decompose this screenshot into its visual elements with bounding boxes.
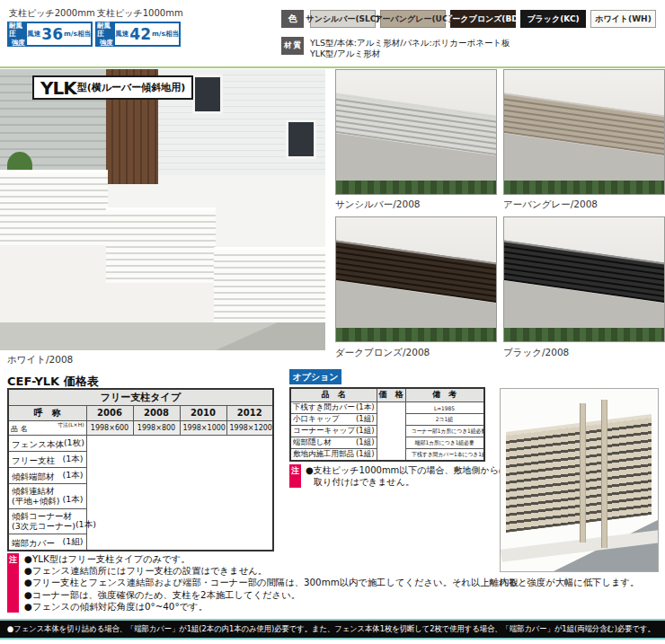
hedge-graphic <box>336 181 496 194</box>
dimension-cell: 1998×600 <box>86 420 133 435</box>
notes-block: 注 ●YLK型はフリー支柱タイプのみです。 ●フェンス連結箇所にはフリー支柱の設… <box>7 553 639 613</box>
variant-caption-urbangray: アーバングレー/2008 <box>503 198 598 211</box>
size-header: 2012 <box>226 405 273 420</box>
pitch-label-2000: 支柱ピッチ2000mm <box>9 7 95 20</box>
material-row-label: 材質 <box>281 37 304 55</box>
wind-rating-badge: 耐風圧 強度 <box>9 23 27 45</box>
louver-fence-graphic <box>506 414 652 533</box>
price-values-area <box>86 435 273 551</box>
pitch-label-1000: 支柱ピッチ1000mm <box>97 7 183 20</box>
material-line-ylk: YLK型/アルミ形材 <box>310 49 380 59</box>
note-item: ●フェンス連結箇所にはフリー支柱の設置はできません。 <box>24 565 639 577</box>
product-model: YLK <box>40 77 76 99</box>
size-header: 2008 <box>133 405 180 420</box>
dimension-cell: 1998×1000 <box>180 420 226 435</box>
green-divider <box>0 66 665 68</box>
options-note: 注 ●支柱ピッチ1000mm以下の場合、敷地側からの 取り付けはできません。 <box>289 464 508 488</box>
options-table: 品 名 価 格 備 考 下桟すき間カバー(1本) L=1985 小口キャップ(1… <box>289 387 485 462</box>
wind-rating-box-1000: 耐風圧 強度 風速 42 m/s相当 <box>95 22 181 47</box>
material-line-yls: YLS型/本体:アルミ形材/パネル:ポリカーボネート板 <box>310 38 510 49</box>
options-note-text: ●支柱ピッチ1000mm以下の場合、敷地側からの 取り付けはできません。 <box>306 464 508 488</box>
hedge-graphic <box>336 328 496 341</box>
color-chip-darkbronze: ダークブロンズ(BD) <box>450 10 516 28</box>
fence-post-graphic <box>580 403 586 543</box>
footer-note-bar: ●フェンス本体を切り詰める場合、「端部カバー」が1組(2本の内1本のみ使用)必要… <box>0 619 665 640</box>
product-type-label: 型(横ルーバー傾斜地用) <box>77 81 186 94</box>
variant-photo-black <box>503 216 665 342</box>
wind-rating-badge: 耐風圧 強度 <box>97 23 115 45</box>
variant-caption-sunsilver: サンシルバー/2008 <box>335 198 421 211</box>
window-graphic <box>286 119 316 159</box>
color-chip-urbangray: アーバングレー(UC) <box>380 10 446 28</box>
variant-photo-sunsilver <box>335 69 497 195</box>
options-header-price: 価 格 <box>377 388 405 401</box>
options-price-area <box>377 401 405 461</box>
wall-graphic <box>106 283 216 322</box>
note-badge: 注 <box>7 553 19 613</box>
window-graphic <box>192 75 223 114</box>
wind-rating-box-2000: 耐風圧 強度 風速 36 m/s相当 <box>7 22 93 47</box>
footer-note-text: ●フェンス本体を切り詰める場合、「端部カバー」が1組(2本の内1本のみ使用)必要… <box>7 623 655 635</box>
variant-photo-urbangray <box>503 69 665 195</box>
variant-photo-darkbronze <box>335 216 497 342</box>
dimension-cell: 1998×1200 <box>226 420 273 435</box>
price-table: フリー支柱タイプ 呼 称 2006 2008 2010 2012 寸法(L×H)… <box>7 388 274 551</box>
note-item: ●フェンスの傾斜対応角度は0°~40°です。 <box>24 601 639 613</box>
hedge-graphic <box>504 181 664 194</box>
price-col-label: 呼 称 <box>8 405 86 420</box>
wind-rating-value: 風速 36 m/s相当 <box>27 23 91 45</box>
main-photo-caption: ホワイト/2008 <box>7 354 73 366</box>
fence-segment-graphic <box>106 207 216 283</box>
diagonal-header-cell: 寸法(L×H) 品 名 <box>8 420 86 435</box>
note-item: ●YLK型はフリー支柱タイプのみです。 <box>24 553 639 565</box>
color-chip-black: ブラック(KC) <box>520 10 586 28</box>
notes-list: ●YLK型はフリー支柱タイプのみです。 ●フェンス連結箇所にはフリー支柱の設置は… <box>24 553 639 613</box>
catalog-page: 支柱ピッチ2000mm 耐風圧 強度 風速 36 m/s相当 支柱ピッチ1000… <box>0 0 665 644</box>
note-badge: 注 <box>289 464 301 488</box>
options-header-name: 品 名 <box>290 388 377 401</box>
variant-caption-black: ブラック/2008 <box>503 347 569 359</box>
color-chip-sunsilver: サンシルバー(SLC) <box>310 10 376 28</box>
size-header: 2010 <box>180 405 226 420</box>
note-item: ●コーナー部は、強度確保のため、支柱を2本施工してください。 <box>24 589 639 601</box>
fence-post-graphic <box>601 400 607 548</box>
wind-rating-value: 風速 42 m/s相当 <box>115 23 179 45</box>
size-header: 2006 <box>86 405 133 420</box>
table-row: フェンス本体(1枚) <box>8 435 273 451</box>
interior-photo <box>500 388 659 572</box>
table-row: 下桟すき間カバー(1本) L=1985 <box>290 401 484 413</box>
options-badge: オプション <box>289 369 341 384</box>
main-product-photo: YLK 型(横ルーバー傾斜地用) <box>0 69 325 350</box>
note-item: ●フリー支柱とフェンス連結部および端部・コーナー部の間隔は、300mm以内で施工… <box>24 577 639 588</box>
variant-caption-darkbronze: ダークブロンズ/2008 <box>335 347 430 359</box>
product-title-box: YLK 型(横ルーバー傾斜地用) <box>32 75 193 100</box>
dimension-cell: 1998×800 <box>133 420 180 435</box>
wall-graphic <box>0 245 108 322</box>
price-table-type-header: フリー支柱タイプ <box>8 389 273 405</box>
color-chip-white: ホワイト(WH) <box>590 10 656 28</box>
color-row-label: 色 <box>281 10 304 28</box>
fence-segment-graphic <box>0 170 108 245</box>
hedge-graphic <box>504 328 664 341</box>
options-header-note: 備 考 <box>405 388 484 401</box>
fence-segment-graphic <box>214 247 325 322</box>
